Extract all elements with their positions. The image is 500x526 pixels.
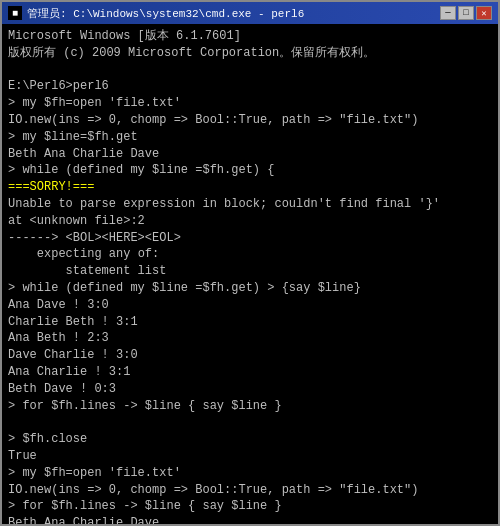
terminal-output[interactable]: Microsoft Windows [版本 6.1.7601] 版权所有 (c)… xyxy=(2,24,498,524)
window-title: 管理员: C:\Windows\system32\cmd.exe - perl6 xyxy=(27,6,304,21)
maximize-button[interactable]: □ xyxy=(458,6,474,20)
title-bar-left: ■ 管理员: C:\Windows\system32\cmd.exe - per… xyxy=(8,6,304,21)
title-buttons: ─ □ ✕ xyxy=(440,6,492,20)
terminal-text: Microsoft Windows [版本 6.1.7601] 版权所有 (c)… xyxy=(8,28,492,524)
close-button[interactable]: ✕ xyxy=(476,6,492,20)
window-icon: ■ xyxy=(8,6,22,20)
title-bar: ■ 管理员: C:\Windows\system32\cmd.exe - per… xyxy=(2,2,498,24)
cmd-window: ■ 管理员: C:\Windows\system32\cmd.exe - per… xyxy=(0,0,500,526)
minimize-button[interactable]: ─ xyxy=(440,6,456,20)
